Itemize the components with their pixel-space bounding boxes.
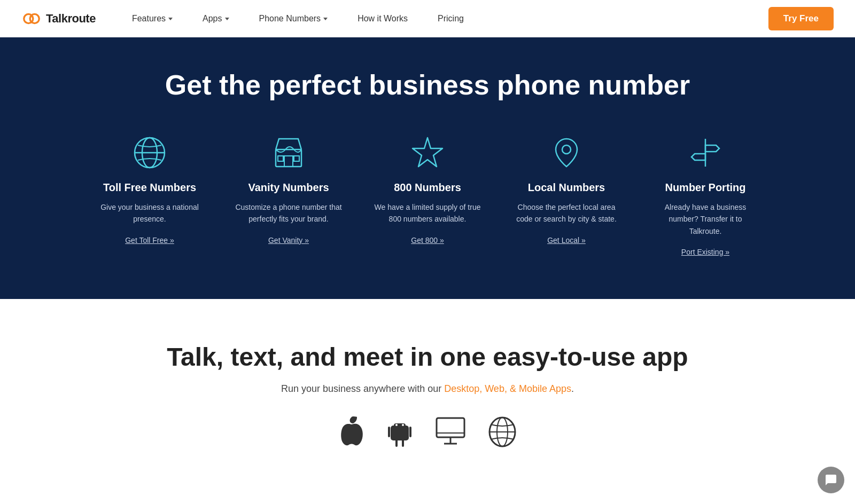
chevron-down-icon [323,18,328,20]
apple-icon [338,416,365,448]
svg-rect-6 [284,156,293,167]
nav-item-phone-numbers[interactable]: Phone Numbers [244,0,343,37]
local-link[interactable]: Get Local » [547,236,586,245]
chevron-down-icon [225,18,229,20]
feature-card-porting: Number Porting Already have a business n… [636,133,775,256]
svg-marker-10 [413,138,442,167]
svg-point-1 [30,14,39,23]
porting-title: Number Porting [665,182,745,194]
toll-free-link[interactable]: Get Toll Free » [125,236,174,245]
svg-point-15 [395,424,398,426]
800-desc: We have a limited supply of true 800 num… [374,201,481,225]
store-icon [269,133,308,172]
hero-section: Get the perfect business phone number To… [0,37,855,299]
logo-text: Talkroute [46,12,96,26]
800-link[interactable]: Get 800 » [411,236,444,245]
globe-icon [130,133,169,172]
hero-title: Get the perfect business phone number [21,69,834,101]
vanity-link[interactable]: Get Vanity » [268,236,309,245]
features-grid: Toll Free Numbers Give your business a n… [80,133,775,256]
feature-card-toll-free: Toll Free Numbers Give your business a n… [80,133,219,256]
apple-app-icon[interactable] [338,416,365,448]
star-icon [408,133,447,172]
feature-card-vanity: Vanity Numbers Customize a phone number … [219,133,358,256]
nav-item-features[interactable]: Features [117,0,188,37]
android-icon [386,416,413,448]
feature-card-800: 800 Numbers We have a limited supply of … [358,133,497,256]
svg-rect-13 [391,426,409,440]
desktop-icon [434,416,467,445]
feature-card-local: Local Numbers Choose the perfect local a… [497,133,636,256]
web-icon [488,416,517,448]
signpost-icon [686,133,725,172]
svg-point-11 [562,145,571,154]
try-free-button[interactable]: Try Free [768,7,834,30]
android-app-icon[interactable] [386,416,413,448]
nav-item-how-it-works[interactable]: How it Works [343,0,423,37]
lower-subtitle: Run your business anywhere with our Desk… [21,383,834,395]
svg-rect-7 [278,156,283,161]
vanity-title: Vanity Numbers [248,182,329,194]
nav-item-apps[interactable]: Apps [188,0,244,37]
local-desc: Choose the perfect local area code or se… [513,201,620,225]
porting-desc: Already have a business number? Transfer… [652,201,759,237]
main-header: Talkroute Features Apps Phone Numbers Ho… [0,0,855,37]
lower-subtitle-highlight[interactable]: Desktop, Web, & Mobile Apps [444,383,571,394]
local-title: Local Numbers [528,182,605,194]
chevron-down-icon [168,18,173,20]
logo[interactable]: Talkroute [21,9,96,29]
toll-free-desc: Give your business a national presence. [96,201,203,225]
vanity-desc: Customize a phone number that perfectly … [235,201,342,225]
web-app-icon[interactable] [488,416,517,448]
pin-icon [547,133,586,172]
toll-free-title: Toll Free Numbers [103,182,196,194]
lower-subtitle-before: Run your business anywhere with our [281,383,444,394]
lower-subtitle-after: . [571,383,574,394]
logo-icon [21,9,42,29]
lower-section: Talk, text, and meet in one easy-to-use … [0,299,855,469]
main-nav: Features Apps Phone Numbers How it Works… [117,0,768,37]
app-icons-row [21,416,834,448]
porting-link[interactable]: Port Existing » [681,248,729,256]
desktop-app-icon[interactable] [434,416,467,448]
svg-point-16 [402,424,404,426]
lower-title: Talk, text, and meet in one easy-to-use … [21,342,834,373]
svg-rect-8 [294,156,299,161]
800-title: 800 Numbers [394,182,461,194]
svg-rect-21 [437,418,464,437]
nav-item-pricing[interactable]: Pricing [423,0,479,37]
